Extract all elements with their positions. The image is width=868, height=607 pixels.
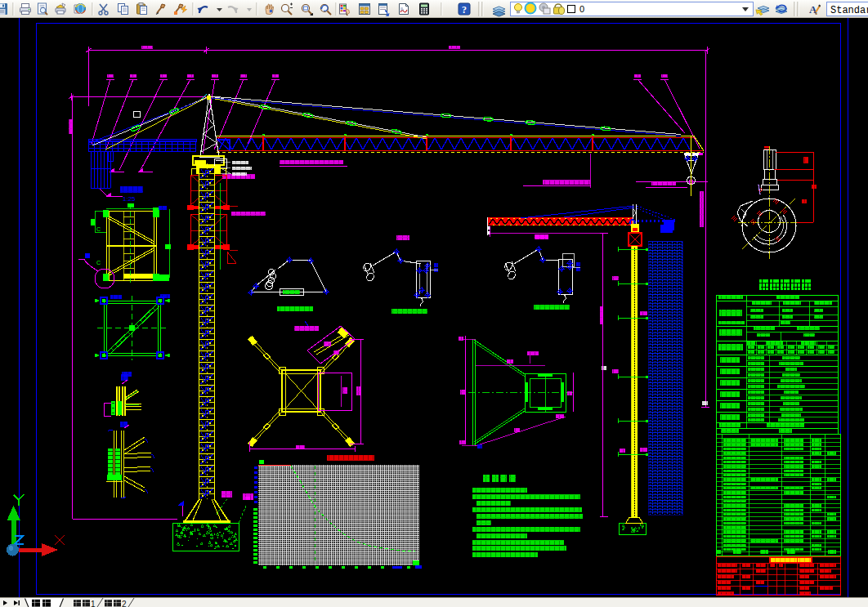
svg-text:0: 0: [579, 4, 584, 14]
svg-text:2: 2: [122, 600, 127, 607]
svg-text:?: ?: [462, 4, 467, 16]
svg-text:C: C: [96, 260, 101, 266]
svg-text:1: 1: [91, 600, 96, 607]
svg-text:Standard: Standard: [830, 5, 868, 16]
svg-text:1:25: 1:25: [123, 195, 136, 203]
svg-text:C: C: [96, 226, 101, 232]
